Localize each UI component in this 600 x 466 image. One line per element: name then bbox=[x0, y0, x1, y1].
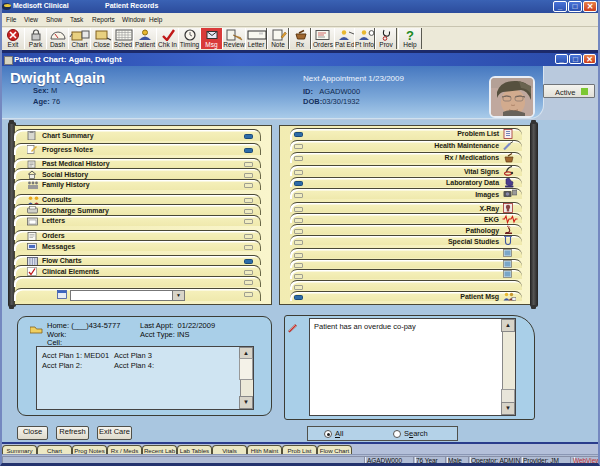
svg-text:?: ? bbox=[406, 29, 414, 41]
